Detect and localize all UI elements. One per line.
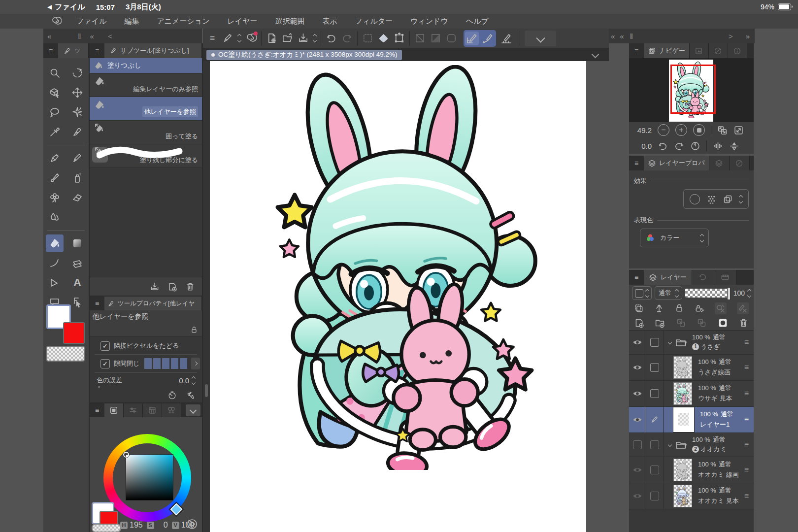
gradient-tool[interactable] <box>71 237 83 249</box>
layer-row-ookami-lineart[interactable]: 100 %通常 オオカミ 線画 ≡ <box>629 457 754 483</box>
snap-to-grid-button[interactable] <box>500 33 512 44</box>
collapse-all-right-button[interactable]: » <box>746 32 750 40</box>
layer-property-menu-button[interactable]: ≡ <box>629 156 644 170</box>
curve-tool[interactable] <box>49 257 61 269</box>
color-panel-menu-button[interactable]: ≡ <box>90 406 104 414</box>
brush-tool[interactable] <box>49 172 61 184</box>
clip-to-layer-below-button[interactable] <box>634 303 644 313</box>
layer-menu-handle[interactable]: ≡ <box>744 492 749 500</box>
transfer-layer-button[interactable] <box>676 318 686 328</box>
layer-thumbnail[interactable] <box>673 459 692 481</box>
tool-switch-stepper[interactable] <box>238 34 241 42</box>
close-gap-expand-button[interactable] <box>191 358 200 369</box>
canvas[interactable] <box>210 61 586 532</box>
visibility-cell[interactable] <box>629 483 646 509</box>
collapse-left-palette-button[interactable]: « <box>47 32 51 40</box>
layer-property-tab[interactable]: レイヤープロパ <box>644 156 709 170</box>
open-file-button[interactable] <box>282 33 293 44</box>
reset-rotation-button[interactable] <box>690 141 700 151</box>
zoom-tool[interactable] <box>49 67 61 79</box>
visibility-cell[interactable] <box>629 381 646 406</box>
option-adjacent-pixels[interactable]: ✓ 隣接ピクセルをたどる <box>90 338 202 353</box>
check-cell[interactable] <box>646 381 664 406</box>
folder-expand-chevron[interactable] <box>668 340 672 344</box>
opacity-stepper[interactable] <box>748 290 751 297</box>
figure-tool[interactable] <box>71 257 83 269</box>
stroke-history-icon[interactable] <box>167 391 177 400</box>
check-cell[interactable] <box>646 457 664 483</box>
menu-help[interactable]: ヘルプ <box>466 17 489 26</box>
check-cell[interactable] <box>646 483 664 509</box>
check-cell[interactable] <box>646 433 664 457</box>
layer-menu-handle[interactable]: ≡ <box>744 363 749 372</box>
navigator-preview[interactable] <box>629 58 754 122</box>
layer-color-effect-button[interactable] <box>723 194 733 204</box>
layer-menu-handle[interactable]: ≡ <box>744 338 749 347</box>
palette-color-selector[interactable] <box>632 286 652 300</box>
close-gap-segments[interactable] <box>144 358 187 369</box>
delete-layer-button[interactable] <box>738 318 749 328</box>
sub-color-swatch[interactable] <box>63 322 85 344</box>
selection-launcher-button[interactable] <box>446 33 457 44</box>
layer-menu-handle[interactable]: ≡ <box>744 466 749 474</box>
layer-row-layer1-selected[interactable]: 100 %通常 レイヤー1 ≡ <box>629 407 754 433</box>
border-effect-button[interactable] <box>690 194 700 204</box>
layer-thumbnail[interactable] <box>673 356 692 379</box>
checkbox-checked[interactable]: ✓ <box>100 359 110 368</box>
collapse-color-panel-button[interactable] <box>186 404 200 416</box>
palette-dock-handle[interactable] <box>205 384 208 397</box>
tone-effect-button[interactable] <box>706 194 717 204</box>
effect-stepper[interactable] <box>739 196 742 203</box>
fit-to-screen-button[interactable] <box>717 125 728 135</box>
layer-row-folder-usagi[interactable]: 100 %通常 1うさぎ ≡ <box>629 331 754 355</box>
flip-vertical-button[interactable] <box>729 141 739 151</box>
navigator-tab[interactable]: ナビゲー <box>644 43 690 58</box>
csp-logo-icon[interactable] <box>51 16 62 27</box>
subtool-item-paint-unfilled[interactable]: 塗り残し部分に塗る <box>90 144 202 168</box>
subtool-item-refer-edit-layer[interactable]: 編集レイヤーのみ参照 <box>90 73 202 97</box>
operation-tool[interactable] <box>71 297 83 308</box>
color-set-tab[interactable] <box>143 403 162 417</box>
set-as-draft-button[interactable] <box>654 303 664 313</box>
decoration-tool[interactable] <box>49 192 61 203</box>
collapse-right-b-button[interactable]: « <box>620 32 624 40</box>
rotate-left-button[interactable] <box>658 141 668 151</box>
new-layer-button[interactable] <box>634 318 644 328</box>
pencil-tool[interactable] <box>71 152 83 164</box>
edit-tool-quick-icon[interactable] <box>222 33 233 44</box>
rotate-value[interactable]: 0.0 <box>634 142 652 150</box>
sv-square[interactable] <box>126 454 173 500</box>
visibility-cell[interactable] <box>629 433 646 457</box>
navigator-menu-button[interactable]: ≡ <box>629 43 644 58</box>
quick-access-tab[interactable] <box>709 43 728 58</box>
collapse-docbar-button[interactable] <box>593 50 598 59</box>
tool-property-menu-button[interactable]: ≡ <box>90 297 104 310</box>
layer-search-tab[interactable] <box>709 156 730 170</box>
layer-panel-menu-button[interactable]: ≡ <box>629 270 644 285</box>
selection-border-button[interactable] <box>414 33 426 44</box>
new-canvas-button[interactable] <box>266 33 277 44</box>
collapse-right-a-button[interactable]: « <box>611 32 615 40</box>
object-tool[interactable] <box>49 87 61 99</box>
snap-to-ruler-button[interactable] <box>465 32 479 45</box>
blend-mode-dropdown[interactable]: 通常 <box>655 286 682 300</box>
rotate-view-tool[interactable] <box>71 67 83 79</box>
layer-row-usagi-sample[interactable]: 100 %通常 ウサギ 見本 ≡ <box>629 381 754 407</box>
frame-tool[interactable] <box>49 277 61 289</box>
zoom-reset-button[interactable] <box>693 124 705 136</box>
layer-thumbnail[interactable] <box>673 485 692 507</box>
deselect-button[interactable] <box>362 33 373 44</box>
layer-row-folder-ookami[interactable]: 100 %通常 2オオカミ ≡ <box>629 433 754 457</box>
create-mask-button[interactable] <box>718 318 728 328</box>
color-margin-stepper[interactable] <box>192 377 195 384</box>
save-file-button[interactable] <box>298 33 309 44</box>
color-mixer-tab[interactable] <box>162 403 181 417</box>
visibility-cell[interactable] <box>629 407 646 432</box>
collapse-toolbar-button[interactable] <box>525 31 556 46</box>
color-margin-row[interactable]: 色の誤差 0.0 <box>90 374 202 387</box>
sv-marker[interactable] <box>123 452 129 458</box>
color-slider-tab[interactable] <box>124 403 143 417</box>
color-wheel-tab[interactable] <box>104 403 124 417</box>
lock-layer-button[interactable] <box>674 303 684 313</box>
menu-layer[interactable]: レイヤー <box>228 17 258 26</box>
